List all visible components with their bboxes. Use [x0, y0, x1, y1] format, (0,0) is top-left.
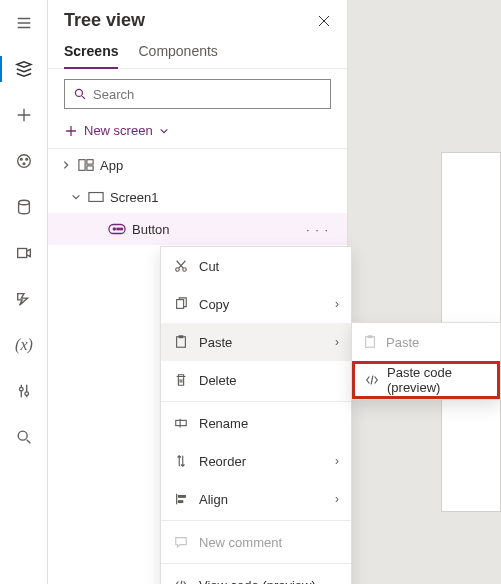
- close-panel-button[interactable]: [317, 14, 331, 28]
- panel-title: Tree view: [64, 10, 145, 31]
- svg-point-3: [23, 163, 25, 165]
- svg-rect-24: [178, 501, 182, 503]
- chevron-right-icon: ›: [335, 297, 339, 311]
- rename-icon: [173, 415, 189, 431]
- align-icon: [173, 491, 189, 507]
- svg-point-7: [25, 392, 29, 396]
- menu-separator: [161, 401, 351, 402]
- svg-rect-22: [176, 420, 187, 425]
- svg-point-1: [20, 158, 22, 160]
- svg-point-6: [20, 387, 24, 391]
- app-icon: [78, 158, 94, 172]
- menu-separator: [161, 520, 351, 521]
- theme-palette-icon[interactable]: [0, 138, 48, 184]
- tree-view-icon[interactable]: [0, 46, 48, 92]
- screen-icon: [88, 191, 104, 203]
- search-input[interactable]: [93, 87, 322, 102]
- tree-node-label: Button: [132, 222, 300, 237]
- code-icon: [365, 372, 379, 388]
- delete-icon: [173, 372, 189, 388]
- context-menu: Cut Copy › Paste › Delete Rename Reorder…: [160, 246, 352, 584]
- menu-rename[interactable]: Rename: [161, 404, 351, 442]
- svg-point-4: [19, 200, 30, 205]
- svg-point-9: [75, 89, 82, 96]
- canvas-area: [348, 0, 501, 584]
- variables-icon[interactable]: (x): [0, 322, 48, 368]
- chevron-right-icon: ›: [335, 492, 339, 506]
- media-icon[interactable]: [0, 230, 48, 276]
- paste-icon: [362, 334, 378, 350]
- svg-point-0: [18, 155, 31, 168]
- svg-point-2: [26, 158, 28, 160]
- paste-icon: [173, 334, 189, 350]
- svg-rect-23: [178, 496, 185, 498]
- submenu-label: Paste: [386, 335, 419, 350]
- menu-delete[interactable]: Delete: [161, 361, 351, 399]
- reorder-icon: [173, 453, 189, 469]
- paste-submenu: Paste Paste code (preview): [351, 322, 501, 400]
- submenu-label: Paste code (preview): [387, 365, 487, 395]
- left-rail: (x): [0, 0, 48, 584]
- submenu-paste-code[interactable]: Paste code (preview): [352, 361, 500, 399]
- tab-components[interactable]: Components: [138, 37, 217, 68]
- svg-rect-25: [366, 337, 375, 348]
- menu-paste[interactable]: Paste ›: [161, 323, 351, 361]
- svg-point-18: [183, 268, 187, 272]
- menu-reorder[interactable]: Reorder ›: [161, 442, 351, 480]
- cut-icon: [173, 258, 189, 274]
- tree-node-label: Screen1: [110, 190, 335, 205]
- svg-rect-21: [179, 336, 183, 338]
- chevron-down-icon[interactable]: [70, 192, 82, 202]
- svg-point-17: [176, 268, 180, 272]
- submenu-paste: Paste: [352, 323, 500, 361]
- menu-align[interactable]: Align ›: [161, 480, 351, 518]
- panel-tabs: Screens Components: [48, 37, 347, 69]
- tree-node-screen1[interactable]: Screen1: [48, 181, 347, 213]
- chevron-right-icon: ›: [335, 335, 339, 349]
- tree-node-button[interactable]: Button · · ·: [48, 213, 347, 245]
- svg-rect-5: [18, 249, 27, 258]
- menu-cut[interactable]: Cut: [161, 247, 351, 285]
- button-control-icon: [108, 223, 126, 235]
- comment-icon: [173, 534, 189, 550]
- svg-point-15: [113, 228, 115, 230]
- menu-separator: [161, 563, 351, 564]
- svg-rect-11: [87, 160, 93, 164]
- menu-copy[interactable]: Copy ›: [161, 285, 351, 323]
- tree-node-label: App: [100, 158, 335, 173]
- search-box[interactable]: [64, 79, 331, 109]
- svg-rect-19: [177, 300, 184, 309]
- svg-rect-12: [87, 166, 93, 170]
- menu-new-comment: New comment: [161, 523, 351, 561]
- tab-screens[interactable]: Screens: [64, 37, 118, 69]
- code-icon: [173, 577, 189, 584]
- new-screen-label: New screen: [84, 123, 153, 138]
- new-screen-button[interactable]: New screen: [48, 115, 347, 149]
- tree-node-app[interactable]: App: [48, 149, 347, 181]
- svg-rect-26: [368, 336, 372, 338]
- svg-rect-20: [177, 337, 186, 348]
- svg-rect-16: [117, 228, 122, 229]
- svg-rect-10: [79, 160, 85, 171]
- svg-point-8: [18, 431, 27, 440]
- advanced-tools-icon[interactable]: [0, 368, 48, 414]
- chevron-right-icon[interactable]: [60, 160, 72, 170]
- more-options-button[interactable]: · · ·: [306, 222, 335, 237]
- copy-icon: [173, 296, 189, 312]
- power-automate-icon[interactable]: [0, 276, 48, 322]
- chevron-right-icon: ›: [335, 454, 339, 468]
- menu-view-code[interactable]: View code (preview): [161, 566, 351, 584]
- hamburger-menu-icon[interactable]: [0, 0, 48, 46]
- insert-icon[interactable]: [0, 92, 48, 138]
- search-rail-icon[interactable]: [0, 414, 48, 460]
- svg-rect-13: [89, 193, 103, 202]
- data-icon[interactable]: [0, 184, 48, 230]
